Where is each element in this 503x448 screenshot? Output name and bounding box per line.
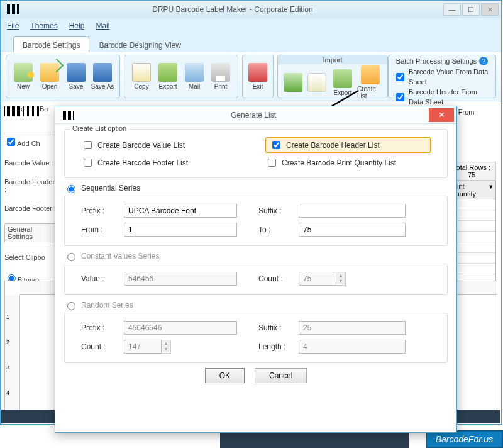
exit-button[interactable]: Exit bbox=[246, 63, 269, 90]
import-panel: Import Export Create List bbox=[277, 55, 388, 98]
rand-prefix-label: Prefix : bbox=[81, 323, 119, 332]
new-icon bbox=[14, 63, 33, 82]
dropdown-icon: ▾ bbox=[489, 182, 493, 198]
rand-count-spinner: ▲▼ bbox=[124, 340, 171, 354]
print-icon bbox=[211, 63, 230, 82]
option-legend: Create List option bbox=[70, 125, 129, 132]
to-input[interactable] bbox=[299, 223, 406, 237]
general-settings-tab[interactable]: General Settings bbox=[4, 223, 58, 242]
opt-print-qty-list[interactable]: Create Barcode Print Quantity List bbox=[265, 157, 431, 169]
clipboard-label: Select Clipbo bbox=[4, 254, 58, 261]
titlebar: DRPU Barcode Label Maker - Corporate Edi… bbox=[1, 1, 501, 18]
import-doc[interactable] bbox=[306, 65, 328, 99]
count-spinner: ▲▼ bbox=[299, 272, 346, 286]
menu-file[interactable]: File bbox=[7, 21, 19, 30]
mail-icon bbox=[185, 63, 204, 82]
rand-suffix-label: Suffix : bbox=[258, 323, 294, 332]
batch-heading: Batch Processing Settings bbox=[396, 57, 477, 65]
watermark: BarcodeFor.us bbox=[426, 430, 503, 448]
barcode-header-label: Barcode Header : bbox=[4, 178, 58, 193]
ribbon: New Open Save Save As Copy Export Mail P… bbox=[1, 52, 501, 101]
ribbon-group-edit: Copy Export Mail Print bbox=[124, 55, 238, 98]
prefix-label: Prefix : bbox=[81, 206, 119, 215]
spin-up-icon: ▲ bbox=[336, 272, 345, 278]
opt-value-list[interactable]: Create Barcode Value List bbox=[81, 137, 246, 153]
batch-check-value[interactable]: Barcode Value From Data Sheet bbox=[394, 67, 490, 87]
batch-panel: Batch Processing Settings? Barcode Value… bbox=[388, 55, 496, 98]
dialog-body: Create List option Create Barcode Value … bbox=[55, 124, 456, 388]
save-button[interactable]: Save bbox=[63, 63, 89, 90]
constant-radio[interactable]: Constant Values Series bbox=[64, 251, 448, 261]
cancel-button[interactable]: Cancel bbox=[255, 368, 307, 383]
rand-prefix-input bbox=[124, 321, 237, 335]
barcode-thumb bbox=[4, 106, 21, 116]
app-icon bbox=[7, 4, 19, 14]
spin-up-icon: ▲ bbox=[162, 340, 170, 346]
open-icon bbox=[40, 63, 59, 82]
dialog-buttons: OK Cancel bbox=[64, 368, 448, 383]
menu-help[interactable]: Help bbox=[69, 21, 85, 30]
close-button[interactable]: ✕ bbox=[481, 3, 499, 16]
sequential-radio[interactable]: Sequential Series bbox=[64, 183, 448, 193]
menu-mail[interactable]: Mail bbox=[96, 21, 109, 30]
batch-check-header[interactable]: Barcode Header From Data Sheet bbox=[394, 87, 490, 107]
export2-button[interactable]: Export bbox=[329, 65, 356, 99]
random-group: Prefix : Suffix : Count : ▲▼ Length : bbox=[64, 313, 448, 363]
open-button[interactable]: Open bbox=[36, 63, 63, 90]
menu-themes[interactable]: Themes bbox=[30, 21, 57, 30]
barcode-value-label: Barcode Value : bbox=[4, 159, 58, 167]
opt-footer-list[interactable]: Create Barcode Footer List bbox=[81, 157, 246, 169]
tab-row: Barcode Settings Barcode Designing View bbox=[1, 33, 501, 52]
tab-barcode-designing[interactable]: Barcode Designing View bbox=[89, 36, 191, 52]
copy-icon bbox=[132, 63, 151, 82]
to-label: To : bbox=[258, 225, 294, 234]
dialog-title: Generate List bbox=[78, 111, 429, 120]
help-icon[interactable]: ? bbox=[479, 57, 488, 65]
suffix-label: Suffix : bbox=[258, 206, 294, 215]
rand-count-label: Count : bbox=[81, 342, 119, 351]
create-list-option-group: Create List option Create Barcode Value … bbox=[64, 129, 448, 178]
export-button[interactable]: Export bbox=[155, 63, 181, 90]
new-button[interactable]: New bbox=[10, 63, 36, 90]
ok-button[interactable]: OK bbox=[205, 368, 245, 383]
random-radio[interactable]: Random Series bbox=[64, 300, 448, 310]
spin-down-icon: ▼ bbox=[162, 346, 170, 352]
export2-icon bbox=[333, 69, 352, 88]
import-label: Import bbox=[278, 55, 387, 64]
mail-button[interactable]: Mail bbox=[181, 63, 207, 90]
copy-button[interactable]: Copy bbox=[128, 63, 155, 90]
length-input bbox=[299, 340, 406, 354]
prefix-input[interactable] bbox=[124, 204, 237, 218]
dialog-icon bbox=[62, 111, 74, 120]
from-input[interactable] bbox=[124, 223, 237, 237]
print-button[interactable]: Print bbox=[207, 63, 234, 90]
opt-header-list[interactable]: Create Barcode Header List bbox=[265, 137, 431, 153]
spin-down-icon: ▼ bbox=[336, 278, 345, 284]
import-xls[interactable] bbox=[282, 65, 304, 99]
doc-icon bbox=[307, 73, 326, 92]
length-label: Length : bbox=[258, 342, 294, 351]
addch-check[interactable]: Add Ch bbox=[4, 140, 40, 147]
value-label: Value : bbox=[81, 274, 119, 283]
generate-list-dialog: Generate List ✕ Create List option Creat… bbox=[55, 106, 457, 433]
suffix-input[interactable] bbox=[299, 204, 406, 218]
tab-barcode-settings[interactable]: Barcode Settings bbox=[13, 36, 89, 52]
bottom-dark-strip bbox=[220, 430, 409, 448]
saveas-button[interactable]: Save As bbox=[89, 63, 116, 90]
ruler-vertical: 1 2 3 4 bbox=[5, 295, 20, 420]
export-icon bbox=[158, 63, 177, 82]
count-label: Count : bbox=[258, 274, 294, 283]
dialog-close-button[interactable]: ✕ bbox=[429, 108, 454, 122]
sequential-group: Prefix : Suffix : From : To : bbox=[64, 196, 448, 246]
barcode-thumb2 bbox=[23, 106, 40, 116]
save-icon bbox=[67, 63, 86, 82]
list-icon bbox=[361, 65, 380, 84]
barcode-footer-label: Barcode Footer : bbox=[4, 204, 58, 212]
ribbon-group-exit: Exit bbox=[242, 55, 274, 98]
dialog-titlebar: Generate List ✕ bbox=[55, 106, 456, 124]
maximize-button[interactable]: ☐ bbox=[462, 3, 480, 16]
menubar: File Themes Help Mail bbox=[1, 18, 501, 33]
create-list-button[interactable]: Create List bbox=[357, 65, 384, 99]
ribbon-group-file: New Open Save Save As bbox=[6, 55, 120, 98]
minimize-button[interactable]: — bbox=[443, 3, 461, 16]
